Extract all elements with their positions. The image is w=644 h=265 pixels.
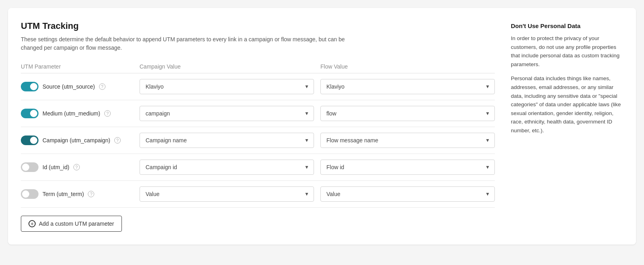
toggle-source[interactable]	[21, 82, 38, 91]
toggle-campaign[interactable]	[21, 136, 38, 145]
flow-select-term[interactable]: KlaviyoflowFlow message nameFlow idValue	[320, 186, 495, 202]
campaign-select-wrapper-medium: KlaviyocampaignCampaign nameCampaign idV…	[140, 106, 314, 121]
help-icon-id[interactable]: ?	[73, 164, 80, 170]
header-param: UTM Parameter	[21, 63, 133, 70]
param-label-campaign: Campaign (utm_campaign)	[43, 137, 110, 144]
table-row: Source (utm_source) ? KlaviyocampaignCam…	[21, 73, 495, 100]
param-cell-id: Id (utm_id) ?	[21, 162, 133, 172]
campaign-select-wrapper-source: KlaviyocampaignCampaign nameCampaign idV…	[140, 79, 314, 94]
sidebar-title: Don't Use Personal Data	[511, 22, 623, 29]
flow-select-wrapper-medium: KlaviyoflowFlow message nameFlow idValue…	[320, 106, 495, 121]
page-title: UTM Tracking	[21, 21, 495, 31]
table-rows-container: Source (utm_source) ? KlaviyocampaignCam…	[21, 73, 495, 208]
toggle-term[interactable]	[21, 189, 38, 199]
param-cell-campaign: Campaign (utm_campaign) ?	[21, 136, 133, 145]
flow-select-wrapper-term: KlaviyoflowFlow message nameFlow idValue…	[320, 186, 495, 202]
campaign-select-wrapper-term: KlaviyocampaignCampaign nameCampaign idV…	[140, 186, 314, 202]
flow-select-id[interactable]: KlaviyoflowFlow message nameFlow idValue	[320, 160, 495, 175]
flow-select-wrapper-source: KlaviyoflowFlow message nameFlow idValue…	[320, 79, 495, 94]
param-label-medium: Medium (utm_medium)	[43, 110, 100, 117]
flow-select-campaign[interactable]: KlaviyoflowFlow message nameFlow idValue	[320, 133, 495, 148]
page-container: UTM Tracking These settings determine th…	[8, 8, 636, 245]
sidebar-paragraph-2: Personal data includes things like names…	[511, 74, 623, 135]
table-header: UTM Parameter Campaign Value Flow Value	[21, 63, 495, 73]
toggle-medium[interactable]	[21, 109, 38, 118]
table-row: Campaign (utm_campaign) ? Klaviyocampaig…	[21, 127, 495, 154]
campaign-select-wrapper-campaign: KlaviyocampaignCampaign nameCampaign idV…	[140, 133, 314, 148]
sidebar-paragraph-1: In order to protect the privacy of your …	[511, 34, 623, 69]
flow-select-source[interactable]: KlaviyoflowFlow message nameFlow idValue	[320, 79, 495, 94]
toggle-id[interactable]	[21, 162, 38, 172]
flow-select-wrapper-campaign: KlaviyoflowFlow message nameFlow idValue…	[320, 133, 495, 148]
help-icon-term[interactable]: ?	[88, 191, 94, 197]
param-cell-medium: Medium (utm_medium) ?	[21, 109, 133, 118]
main-section: UTM Tracking These settings determine th…	[21, 21, 495, 232]
add-custom-utm-label: Add a custom UTM parameter	[39, 220, 114, 227]
sidebar: Don't Use Personal Data In order to prot…	[511, 21, 623, 232]
flow-select-medium[interactable]: KlaviyoflowFlow message nameFlow idValue	[320, 106, 495, 121]
help-icon-medium[interactable]: ?	[104, 110, 111, 117]
campaign-select-source[interactable]: KlaviyocampaignCampaign nameCampaign idV…	[140, 79, 314, 94]
campaign-select-campaign[interactable]: KlaviyocampaignCampaign nameCampaign idV…	[140, 133, 314, 148]
plus-circle-icon: +	[28, 220, 36, 227]
campaign-select-term[interactable]: KlaviyocampaignCampaign nameCampaign idV…	[140, 186, 314, 202]
param-label-id: Id (utm_id)	[43, 164, 69, 170]
param-label-term: Term (utm_term)	[43, 191, 84, 197]
add-custom-utm-button[interactable]: + Add a custom UTM parameter	[21, 216, 122, 232]
campaign-select-id[interactable]: KlaviyocampaignCampaign nameCampaign idV…	[140, 160, 314, 175]
param-label-source: Source (utm_source)	[43, 83, 95, 90]
param-cell-term: Term (utm_term) ?	[21, 189, 133, 199]
table-row: Medium (utm_medium) ? KlaviyocampaignCam…	[21, 100, 495, 127]
flow-select-wrapper-id: KlaviyoflowFlow message nameFlow idValue…	[320, 160, 495, 175]
table-row: Term (utm_term) ? KlaviyocampaignCampaig…	[21, 181, 495, 208]
param-cell-source: Source (utm_source) ?	[21, 82, 133, 91]
help-icon-campaign[interactable]: ?	[114, 137, 121, 144]
campaign-select-medium[interactable]: KlaviyocampaignCampaign nameCampaign idV…	[140, 106, 314, 121]
table-row: Id (utm_id) ? KlaviyocampaignCampaign na…	[21, 154, 495, 181]
campaign-select-wrapper-id: KlaviyocampaignCampaign nameCampaign idV…	[140, 160, 314, 175]
header-campaign: Campaign Value	[140, 63, 314, 70]
page-description: These settings determine the default beh…	[21, 35, 350, 52]
help-icon-source[interactable]: ?	[99, 83, 105, 90]
header-flow: Flow Value	[320, 63, 495, 70]
